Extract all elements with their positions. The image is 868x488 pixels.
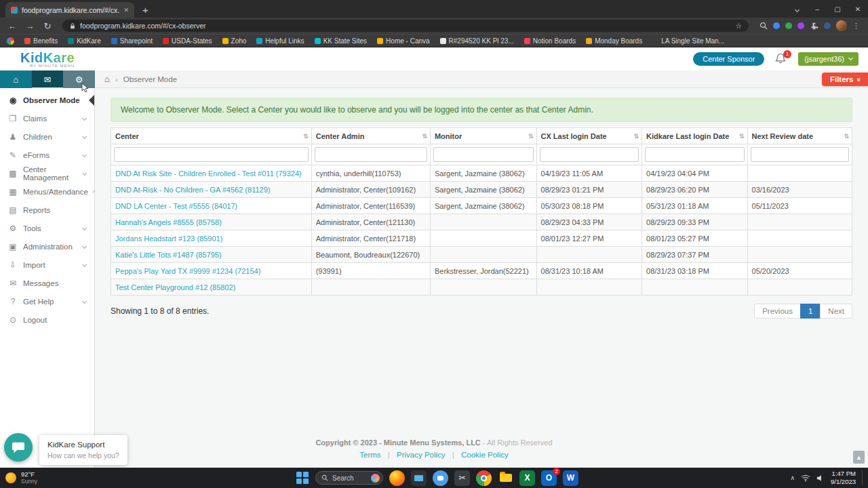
weather-widget[interactable]: 92°F Sunny: [5, 468, 37, 488]
center-link[interactable]: Hannah's Angels #8555 (85758): [111, 214, 312, 230]
user-menu-button[interactable]: (jsargent36): [798, 52, 859, 66]
center-sponsor-button[interactable]: Center Sponsor: [693, 52, 764, 66]
sort-icon[interactable]: ⇅: [528, 133, 534, 140]
filters-button[interactable]: Filters»: [822, 73, 868, 86]
center-link[interactable]: Test Center Playground #12 (85802): [111, 279, 312, 296]
center-link[interactable]: DND At Risk Site - Children Enrolled - T…: [111, 165, 312, 182]
sidebar-item-reports[interactable]: ▤Reports: [0, 201, 94, 219]
back-icon[interactable]: ←: [4, 21, 20, 31]
split-screen-icon[interactable]: [824, 22, 831, 29]
breadcrumb-home-icon[interactable]: ⌂: [104, 74, 110, 84]
privacy-policy-link[interactable]: Privacy Policy: [397, 451, 446, 459]
start-button[interactable]: [296, 471, 309, 485]
center-link[interactable]: DND LA Center - Test #5555 (84017): [111, 198, 312, 214]
extensions-puzzle-icon[interactable]: [810, 22, 818, 30]
bookmark-item[interactable]: Zoho: [222, 37, 247, 45]
kidkare-logo[interactable]: KidKare BY MINUTE MENU: [20, 51, 75, 68]
bookmark-item[interactable]: Helpful Links: [256, 37, 304, 45]
sidebar-item-logout[interactable]: ⊙Logout: [0, 310, 94, 329]
this-pc-icon[interactable]: [411, 470, 427, 486]
wifi-icon[interactable]: [801, 474, 810, 482]
search-tab-icon[interactable]: [760, 22, 768, 30]
tab-search-icon[interactable]: [787, 5, 807, 13]
sort-icon[interactable]: ⇅: [844, 133, 849, 140]
tray-expand-icon[interactable]: ∧: [790, 474, 795, 481]
home-nav-icon[interactable]: ⌂: [0, 70, 32, 88]
sidebar-item-import[interactable]: ⇩Import: [0, 256, 94, 274]
filter-input-center[interactable]: [114, 147, 309, 162]
window-maximize-icon[interactable]: ▢: [827, 5, 848, 13]
window-minimize-icon[interactable]: –: [807, 5, 827, 13]
extension-icon[interactable]: [785, 22, 792, 29]
bookmark-item[interactable]: LA Single Site Man...: [652, 37, 724, 45]
refresh-icon[interactable]: ↻: [39, 21, 56, 31]
window-close-icon[interactable]: ✕: [848, 5, 868, 13]
tab-close-icon[interactable]: ✕: [123, 7, 129, 14]
center-link[interactable]: Peppa's Play Yard TX #9999 #1234 (72154): [111, 263, 312, 279]
column-header-next-review[interactable]: Next Review date⇅: [747, 128, 852, 144]
bookmark-item[interactable]: R#294520 KK Pl 23...: [440, 37, 514, 45]
snipping-tool-icon[interactable]: ✂: [454, 470, 470, 486]
column-header-center[interactable]: Center⇅: [111, 128, 312, 144]
sort-icon[interactable]: ⇅: [634, 133, 639, 140]
column-header-kidkare-last-login[interactable]: Kidkare Last login Date⇅: [642, 128, 748, 144]
pagination-next[interactable]: Next: [820, 304, 852, 319]
sort-icon[interactable]: ⇅: [739, 133, 745, 140]
filter-input-kidkare-last-login[interactable]: [645, 147, 745, 162]
bookmark-item[interactable]: Monday Boards: [586, 37, 642, 45]
column-header-center-admin[interactable]: Center Admin⇅: [311, 128, 430, 144]
center-link[interactable]: Jordans Headstart #123 (85901): [111, 230, 312, 247]
extension-icon[interactable]: [773, 22, 780, 29]
sidebar-item-messages[interactable]: ✉Messages: [0, 274, 94, 292]
sort-icon[interactable]: ⇅: [422, 133, 427, 140]
outlook-icon[interactable]: O2: [541, 470, 557, 486]
volume-icon[interactable]: [816, 474, 825, 482]
browser-tab[interactable]: foodprogram.kidkare.com/#/cx... ✕: [5, 2, 134, 18]
sidebar-item-claims[interactable]: ❐Claims: [0, 109, 94, 127]
sidebar-item-eforms[interactable]: ✎eForms: [0, 146, 94, 164]
center-link[interactable]: DND At-Risk - No Children - GA #4562 (81…: [111, 182, 312, 198]
sidebar-item-center-management[interactable]: ▩Center Management: [0, 164, 94, 182]
browser-menu-icon[interactable]: ⋮: [852, 22, 860, 30]
extension-icon[interactable]: [797, 22, 804, 29]
apps-icon[interactable]: [7, 37, 14, 45]
taskbar-search[interactable]: Search: [315, 471, 383, 485]
filter-input-monitor[interactable]: [433, 147, 534, 162]
mail-nav-icon[interactable]: ✉: [32, 70, 64, 88]
filter-input-next-review[interactable]: [751, 147, 849, 162]
sidebar-item-administration[interactable]: ▣Administration: [0, 237, 94, 256]
column-header-monitor[interactable]: Monitor⇅: [430, 128, 536, 144]
sort-icon[interactable]: ⇅: [303, 133, 309, 140]
sidebar-item-children[interactable]: ♟Children: [0, 127, 94, 146]
pagination-page-1[interactable]: 1: [800, 304, 821, 319]
column-header-cx-last-login[interactable]: CX Last login Date⇅: [536, 128, 642, 144]
bookmark-item[interactable]: Home - Canva: [377, 37, 429, 45]
sidebar-item-menus-attendance[interactable]: ▦Menus/Attendance: [0, 182, 94, 201]
bookmark-item[interactable]: KidKare: [68, 37, 101, 45]
sidebar-collapse-handle[interactable]: [89, 95, 94, 106]
bookmark-item[interactable]: USDA-States: [163, 37, 212, 45]
filter-input-center-admin[interactable]: [315, 147, 427, 162]
bookmark-star-icon[interactable]: ☆: [735, 22, 742, 30]
chat-launcher-button[interactable]: [4, 433, 33, 462]
cookie-policy-link[interactable]: Cookie Policy: [461, 451, 509, 459]
settings-nav-icon[interactable]: ⚙: [63, 70, 95, 88]
bookmark-item[interactable]: KK State Sites: [315, 37, 367, 45]
forward-icon[interactable]: →: [22, 21, 38, 31]
profile-avatar[interactable]: [836, 20, 847, 31]
filter-input-cx-last-login[interactable]: [540, 147, 639, 162]
bookmark-item[interactable]: Notion Boards: [524, 37, 576, 45]
file-explorer-icon[interactable]: [498, 470, 513, 486]
sidebar-item-tools[interactable]: ⚙Tools: [0, 219, 94, 237]
center-link[interactable]: Katie's Little Tots #1487 (85795): [111, 247, 312, 263]
sidebar-item-get-help[interactable]: ?Get Help: [0, 292, 94, 310]
bookmark-item[interactable]: Sharepoint: [111, 37, 153, 45]
terms-link[interactable]: Terms: [359, 451, 380, 459]
bookmark-item[interactable]: Benefits: [24, 37, 58, 45]
chrome-icon[interactable]: [476, 470, 492, 486]
pagination-previous[interactable]: Previous: [754, 304, 801, 319]
teams-chat-icon[interactable]: [433, 470, 448, 486]
scroll-to-top-button[interactable]: ▲: [853, 451, 865, 464]
address-bar[interactable]: foodprogram.kidkare.com/#/cx-observer ☆: [62, 20, 749, 32]
new-tab-button[interactable]: +: [142, 3, 149, 18]
